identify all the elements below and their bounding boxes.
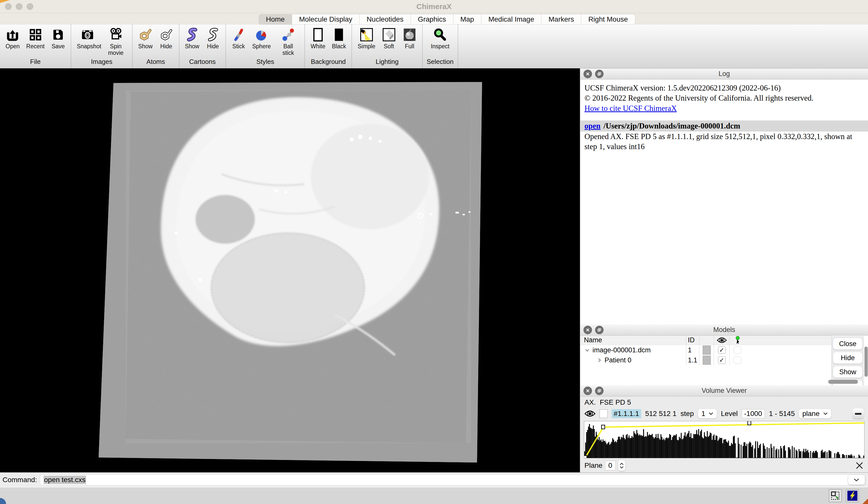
sphere-style-button[interactable]: Sphere xyxy=(251,26,272,50)
lighting-simple-button[interactable]: Simple xyxy=(356,26,376,50)
model-shown-checkbox[interactable]: ✓ xyxy=(718,356,726,364)
column-header-shown[interactable] xyxy=(714,336,730,345)
column-header-name[interactable]: Name xyxy=(580,336,686,345)
toolbar-group-styles: Stick Sphere Ball stick Styles xyxy=(225,25,304,68)
tab-graphics[interactable]: Graphics xyxy=(411,14,453,25)
tab-nucleotides[interactable]: Nucleotides xyxy=(360,14,411,25)
command-input[interactable]: open test.cxs xyxy=(40,474,866,485)
command-text: open test.cxs xyxy=(43,475,86,484)
save-button[interactable]: Save xyxy=(50,26,67,50)
plane-number-input[interactable]: 0 xyxy=(605,461,616,470)
open-command-link[interactable]: open xyxy=(585,122,601,130)
stick-style-button[interactable]: Stick xyxy=(230,26,247,50)
column-header-color[interactable] xyxy=(699,336,714,345)
chevron-down-icon xyxy=(823,412,828,415)
models-table: Name ID image-000001.dcm xyxy=(580,336,832,385)
cite-link[interactable]: How to cite UCSF ChimeraX xyxy=(585,104,677,113)
model-color-swatch[interactable] xyxy=(703,356,711,365)
cartoons-hide-button[interactable]: Hide xyxy=(204,26,221,50)
atoms-hide-icon xyxy=(159,28,173,42)
tab-medical-image[interactable]: Medical Image xyxy=(481,14,541,25)
plane-stepper[interactable] xyxy=(618,460,625,471)
open-button[interactable]: Open xyxy=(4,26,21,50)
undock-panel-icon[interactable] xyxy=(595,326,603,334)
command-label: Command: xyxy=(2,476,37,484)
step-select[interactable]: 1 xyxy=(698,409,717,419)
command-history-dropdown[interactable] xyxy=(848,475,865,485)
collapse-caret-icon[interactable] xyxy=(584,347,590,353)
spin-movie-button[interactable]: Spin movie xyxy=(103,26,128,56)
selection-rect-button[interactable] xyxy=(829,489,842,502)
toolbar-group-selection: Inspect Selection xyxy=(422,25,458,68)
map-shown-eye-button[interactable] xyxy=(585,410,596,418)
model-row-image[interactable]: image-000001.dcm 1 ✓ xyxy=(580,345,832,355)
cartoons-show-button[interactable]: Show xyxy=(183,26,201,50)
mri-slice-image[interactable] xyxy=(0,69,580,472)
column-header-selected[interactable] xyxy=(730,336,745,345)
soft-lighting-icon xyxy=(382,28,396,42)
log-command-row: open/Users/zjp/Downloads/image-000001.dc… xyxy=(580,120,868,132)
lighting-full-button[interactable]: Full xyxy=(401,26,418,50)
level-input[interactable]: -1000 xyxy=(742,409,765,418)
tab-right-mouse[interactable]: Right Mouse xyxy=(581,14,635,25)
inspect-button[interactable]: Inspect xyxy=(429,26,451,50)
recent-button[interactable]: Recent xyxy=(25,26,46,50)
display-mode-select[interactable]: plane xyxy=(799,409,831,419)
graphics-viewport[interactable] xyxy=(0,69,580,472)
close-plane-icon[interactable] xyxy=(855,461,864,470)
models-horizontal-scrollbar[interactable] xyxy=(828,380,858,384)
close-panel-icon[interactable]: × xyxy=(583,70,592,78)
lightning-icon xyxy=(847,491,857,501)
histogram-canvas[interactable] xyxy=(584,421,864,458)
tab-map[interactable]: Map xyxy=(453,14,481,25)
model-shown-checkbox[interactable]: ✓ xyxy=(718,346,726,354)
expand-caret-icon[interactable] xyxy=(596,357,602,364)
level-label: Level xyxy=(721,410,738,418)
hide-model-button[interactable]: Hide xyxy=(833,352,862,364)
atoms-show-button[interactable]: Show xyxy=(137,26,154,50)
show-model-button[interactable]: Show xyxy=(833,366,862,378)
tab-markers[interactable]: Markers xyxy=(541,14,581,25)
tab-molecule-display[interactable]: Molecule Display xyxy=(292,14,360,25)
undock-panel-icon[interactable] xyxy=(595,387,603,395)
background-black-button[interactable]: Black xyxy=(330,26,348,50)
models-panel-titlebar: Models × xyxy=(580,324,868,336)
undock-panel-icon[interactable] xyxy=(595,70,603,78)
models-vertical-scrollbar[interactable] xyxy=(865,347,868,377)
toolbar-group-label: File xyxy=(30,56,41,68)
model-selected-checkbox[interactable] xyxy=(734,356,741,364)
model-selected-checkbox[interactable] xyxy=(734,346,741,354)
volume-menu-button[interactable] xyxy=(852,408,864,419)
status-bar xyxy=(0,487,868,504)
selection-rect-icon xyxy=(830,491,840,501)
tab-home[interactable]: Home xyxy=(259,14,292,25)
close-window-button[interactable] xyxy=(5,3,12,10)
fast-mode-button[interactable] xyxy=(846,489,859,502)
black-swatch-icon xyxy=(332,28,346,42)
atoms-hide-button[interactable]: Hide xyxy=(158,26,175,50)
close-model-button[interactable]: Close xyxy=(833,338,862,349)
model-color-swatch[interactable] xyxy=(703,346,711,355)
map-model-ref[interactable]: #1.1.1.1 xyxy=(612,409,641,418)
close-panel-icon[interactable]: × xyxy=(583,387,592,395)
background-white-button[interactable]: White xyxy=(309,26,327,50)
background-window-corner xyxy=(0,0,10,3)
ball-stick-style-button[interactable]: Ball stick xyxy=(276,26,300,56)
log-content: UCSF ChimeraX version: 1.5.dev2022062123… xyxy=(580,80,868,324)
minimize-window-button[interactable] xyxy=(16,3,22,10)
toolbar-group-images: Snapshot Spin movie Images xyxy=(71,25,132,68)
zoom-window-button[interactable] xyxy=(27,3,33,10)
traffic-lights[interactable] xyxy=(5,3,33,10)
cartoon-show-icon xyxy=(185,28,199,42)
open-icon xyxy=(6,28,20,42)
atoms-show-icon xyxy=(138,28,153,42)
map-color-swatch[interactable] xyxy=(600,409,608,418)
lighting-soft-button[interactable]: Soft xyxy=(380,26,397,50)
close-panel-icon[interactable]: × xyxy=(583,326,592,334)
column-header-id[interactable]: ID xyxy=(686,336,699,345)
model-row-patient[interactable]: Patient 0 1.1 ✓ xyxy=(580,355,832,365)
models-table-header: Name ID xyxy=(580,336,832,345)
white-swatch-icon xyxy=(311,28,325,42)
snapshot-button[interactable]: Snapshot xyxy=(75,26,100,50)
resize-grip[interactable] xyxy=(862,498,868,504)
